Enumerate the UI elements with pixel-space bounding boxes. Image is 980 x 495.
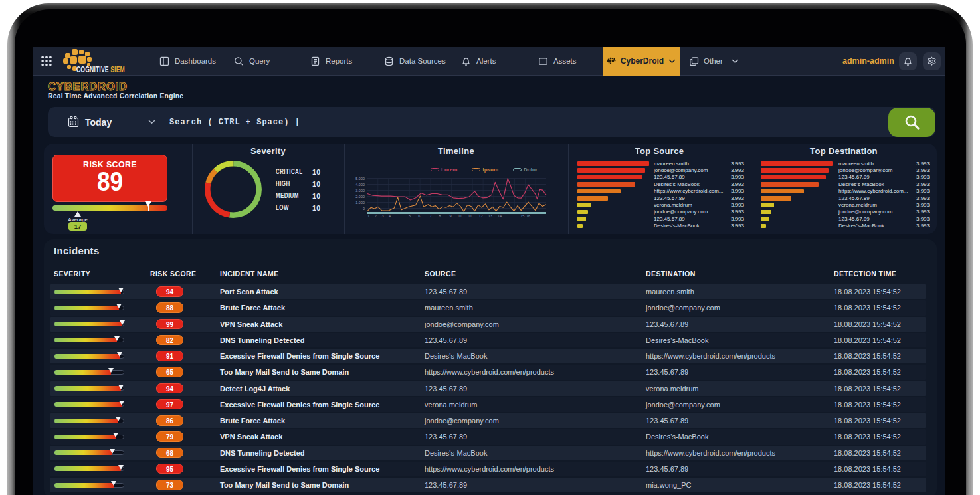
svg-text:4: 4 — [389, 214, 391, 218]
svg-text:3.000: 3.000 — [355, 189, 365, 193]
svg-text:4.000: 4.000 — [355, 183, 365, 187]
svg-text:0: 0 — [363, 207, 365, 211]
svg-text:11: 11 — [468, 214, 472, 218]
svg-text:8: 8 — [439, 214, 441, 218]
svg-text:13: 13 — [488, 214, 492, 218]
svg-text:15: 15 — [520, 214, 524, 218]
svg-text:3: 3 — [382, 214, 384, 218]
svg-text:7: 7 — [429, 214, 431, 218]
svg-text:14: 14 — [498, 214, 502, 218]
svg-text:2.000: 2.000 — [355, 195, 365, 199]
svg-text:12: 12 — [478, 214, 482, 218]
svg-text:5.000: 5.000 — [355, 177, 365, 181]
svg-text:1.000: 1.000 — [355, 201, 365, 205]
svg-text:5: 5 — [409, 214, 411, 218]
svg-text:16: 16 — [526, 214, 530, 218]
svg-text:2: 2 — [375, 214, 377, 218]
svg-text:10: 10 — [457, 214, 461, 218]
svg-text:9: 9 — [450, 214, 452, 218]
svg-text:6: 6 — [418, 214, 420, 218]
svg-text:1: 1 — [367, 214, 369, 218]
